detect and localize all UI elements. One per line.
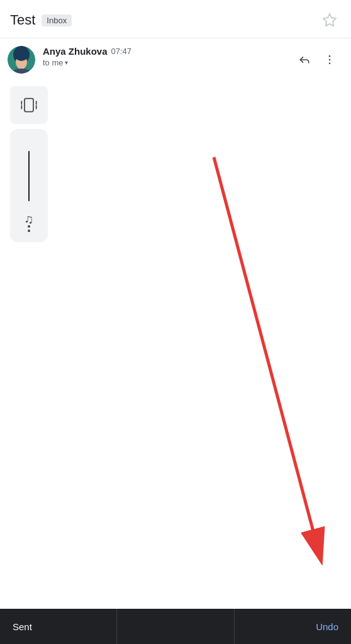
attachment-area: ♫ bbox=[0, 81, 351, 247]
inbox-badge[interactable]: Inbox bbox=[42, 14, 72, 26]
email-time: 07:47 bbox=[111, 47, 132, 56]
sender-name: Anya Zhukova bbox=[43, 46, 108, 57]
star-button[interactable] bbox=[318, 9, 341, 31]
avatar bbox=[8, 46, 35, 74]
email-meta: Anya Zhukova 07:47 to me ▾ bbox=[43, 46, 286, 67]
reply-button[interactable] bbox=[293, 48, 316, 71]
svg-point-7 bbox=[329, 55, 331, 57]
email-header: Test Inbox bbox=[0, 0, 351, 38]
svg-marker-0 bbox=[323, 14, 336, 26]
more-vertical-icon bbox=[323, 53, 336, 66]
header-left: Test Inbox bbox=[10, 12, 72, 28]
more-button[interactable] bbox=[318, 48, 341, 71]
to-me-label[interactable]: to me ▾ bbox=[43, 58, 286, 67]
sender-row: Anya Zhukova 07:47 bbox=[43, 46, 286, 57]
chevron-down-icon: ▾ bbox=[65, 59, 68, 66]
bottom-bar: Sent Undo bbox=[0, 609, 351, 644]
bottom-dividers bbox=[0, 609, 351, 644]
music-note-icon: ♫ bbox=[25, 213, 34, 225]
sent-label: Sent bbox=[13, 621, 32, 632]
video-attachment-card[interactable] bbox=[10, 86, 48, 124]
more-dots-icon bbox=[28, 225, 30, 232]
waveform bbox=[15, 139, 43, 213]
reply-icon bbox=[298, 53, 311, 66]
phone-vibrate-icon bbox=[20, 96, 38, 114]
audio-attachment-card[interactable]: ♫ bbox=[10, 129, 48, 242]
waveform-line bbox=[28, 151, 30, 201]
email-actions bbox=[293, 48, 341, 71]
svg-point-8 bbox=[329, 59, 331, 61]
email-subject: Test bbox=[10, 12, 35, 28]
undo-button[interactable]: Undo bbox=[316, 621, 338, 632]
svg-point-9 bbox=[329, 63, 331, 65]
svg-rect-10 bbox=[25, 99, 33, 112]
avatar-image bbox=[8, 46, 35, 74]
svg-point-4 bbox=[14, 48, 28, 61]
email-row: Anya Zhukova 07:47 to me ▾ bbox=[0, 38, 351, 81]
star-icon bbox=[322, 13, 337, 28]
bottom-seg-2 bbox=[117, 609, 234, 644]
